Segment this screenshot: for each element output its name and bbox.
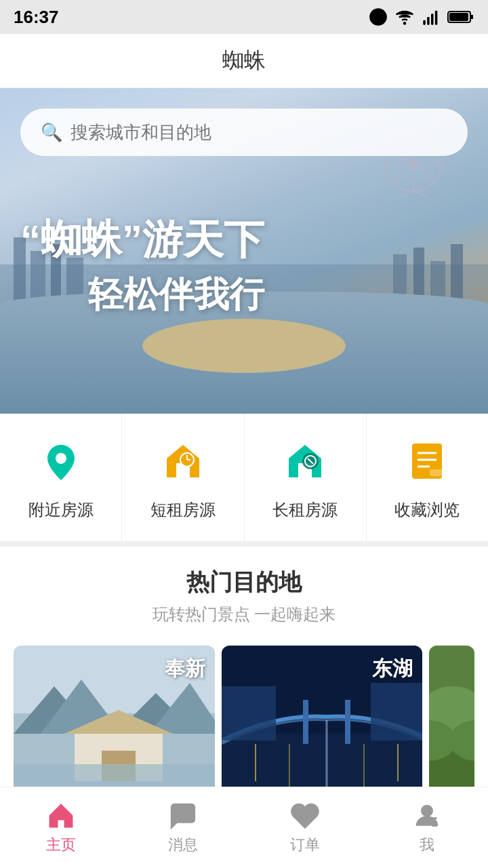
app-title: 蜘蛛: [222, 46, 266, 76]
nav-me[interactable]: 我: [366, 787, 488, 868]
status-icons: [369, 7, 474, 26]
nav-orders[interactable]: 订单: [244, 787, 366, 868]
favorites-label: 收藏浏览: [394, 499, 460, 521]
nav-me-label: 我: [420, 835, 434, 855]
me-icon: [412, 801, 442, 831]
destination-row: 奉新 东湖: [0, 632, 488, 795]
wifi-icon: [394, 7, 415, 26]
svg-point-22: [409, 159, 418, 167]
app-header: 蜘蛛: [0, 34, 488, 88]
dest-card-third[interactable]: [429, 646, 474, 795]
home-icon: [46, 801, 76, 831]
nearby-icon: [34, 434, 88, 488]
svg-point-25: [56, 453, 66, 464]
category-grid: 附近房源 短租房源 长租房源: [0, 414, 488, 547]
category-nearby[interactable]: 附近房源: [0, 414, 122, 541]
svg-point-68: [422, 806, 432, 816]
svg-rect-5: [435, 11, 438, 25]
category-shortrent[interactable]: 短租房源: [122, 414, 244, 541]
shortrent-label: 短租房源: [150, 499, 216, 521]
shortrent-icon: [156, 434, 210, 488]
nav-home-label: 主页: [46, 835, 76, 855]
svg-rect-2: [423, 20, 426, 25]
svg-line-23: [400, 191, 413, 197]
svg-rect-59: [371, 683, 423, 741]
bottom-nav: 主页 消息 订单: [0, 787, 488, 868]
svg-rect-3: [427, 17, 430, 25]
status-time: 16:37: [14, 7, 59, 28]
search-input[interactable]: [70, 122, 447, 143]
section-title: 热门目的地: [0, 567, 488, 598]
battery-icon: [447, 9, 474, 25]
orders-icon: [290, 801, 320, 831]
svg-point-1: [404, 22, 405, 24]
svg-rect-4: [431, 14, 434, 24]
category-favorites[interactable]: 收藏浏览: [367, 414, 488, 541]
dest-card-donghu[interactable]: 东湖: [222, 646, 423, 795]
category-longrent[interactable]: 长租房源: [245, 414, 367, 541]
svg-rect-38: [430, 469, 442, 476]
hero-banner: 🔍 “蜘蛛”游天下 轻松伴我行: [0, 88, 488, 414]
svg-rect-7: [449, 13, 468, 21]
hero-line2: 轻松伴我行: [20, 271, 264, 319]
messages-icon: [168, 801, 198, 831]
dest-card-fengxin[interactable]: 奉新: [14, 646, 215, 795]
svg-line-24: [413, 191, 427, 197]
section-header: 热门目的地 玩转热门景点 一起嗨起来: [0, 547, 488, 632]
svg-rect-50: [222, 734, 423, 795]
svg-rect-51: [303, 700, 308, 744]
sand-island: [142, 319, 346, 373]
search-bar-container[interactable]: 🔍: [20, 108, 468, 156]
nav-messages-label: 消息: [168, 835, 198, 855]
nav-home[interactable]: 主页: [0, 787, 122, 868]
svg-rect-58: [222, 686, 276, 741]
nearby-label: 附近房源: [28, 499, 94, 521]
dest-label-donghu: 东湖: [372, 655, 413, 683]
hero-text: “蜘蛛”游天下 轻松伴我行: [20, 213, 264, 319]
longrent-icon: [278, 434, 332, 488]
svg-rect-52: [345, 700, 350, 744]
third-bg: [429, 646, 474, 795]
nav-messages[interactable]: 消息: [122, 787, 244, 868]
dest-label-fengxin: 奉新: [165, 655, 205, 683]
nav-orders-label: 订单: [290, 835, 320, 855]
section-subtitle: 玩转热门景点 一起嗨起来: [0, 604, 488, 625]
longrent-label: 长租房源: [272, 499, 338, 521]
hero-line1: “蜘蛛”游天下: [20, 213, 264, 268]
search-bar[interactable]: 🔍: [20, 108, 468, 156]
search-icon: 🔍: [41, 122, 62, 143]
clock-icon: [369, 7, 388, 26]
favorites-icon: [400, 434, 454, 488]
signal-icon: [422, 7, 441, 26]
status-bar: 16:37: [0, 0, 488, 34]
